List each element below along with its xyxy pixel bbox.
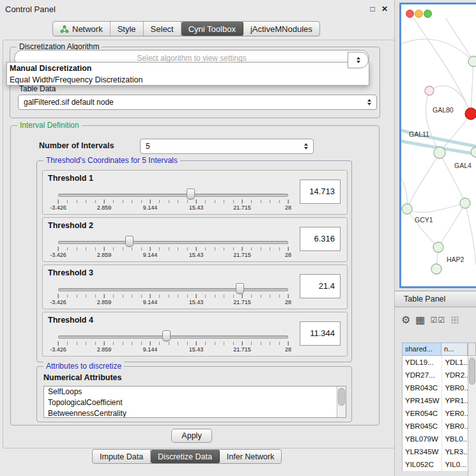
threshold-value-field[interactable]: 14.713 bbox=[300, 180, 341, 204]
slider-thumb[interactable] bbox=[236, 283, 244, 294]
tab-impute-data[interactable]: Impute Data bbox=[93, 450, 151, 463]
table-row[interactable]: YPR145W YPR1... bbox=[403, 394, 468, 407]
network-node[interactable] bbox=[425, 86, 434, 95]
table-row[interactable]: YBL079W YBL0... bbox=[403, 433, 468, 445]
table-row[interactable]: YDL19... YDL1... bbox=[403, 356, 468, 369]
list-item[interactable]: BetweennessCentrality bbox=[44, 408, 346, 418]
slider-thumb[interactable] bbox=[125, 236, 134, 247]
list-scrollbar[interactable] bbox=[337, 387, 346, 417]
table-cell[interactable]: YBR043C bbox=[403, 381, 441, 394]
mac-close-icon[interactable] bbox=[406, 10, 414, 18]
table-scrollbar[interactable] bbox=[468, 356, 476, 476]
gear-icon[interactable]: ⚙ bbox=[401, 313, 410, 327]
table-cell[interactable]: YBR045C bbox=[403, 420, 441, 433]
panel-title: Control Panel bbox=[5, 4, 56, 14]
add-column-icon[interactable]: ⊞ bbox=[450, 313, 459, 327]
threshold-value-field[interactable]: 6.316 bbox=[300, 227, 341, 251]
network-node[interactable] bbox=[460, 198, 470, 208]
close-icon[interactable]: ✕ bbox=[380, 4, 390, 14]
table-cell[interactable]: YLR3... bbox=[441, 445, 468, 458]
mac-minimize-icon[interactable] bbox=[415, 10, 423, 18]
apply-button[interactable]: Apply bbox=[171, 429, 212, 443]
network-node[interactable] bbox=[433, 242, 443, 252]
table-cell[interactable]: YDL1... bbox=[441, 356, 468, 369]
table-cell[interactable]: YER054C bbox=[403, 407, 441, 420]
algorithm-combobox-button[interactable] bbox=[348, 52, 369, 68]
numerical-attributes-label: Numerical Attributes bbox=[43, 373, 121, 382]
network-node[interactable] bbox=[431, 264, 441, 274]
float-window-icon[interactable]: □ bbox=[367, 4, 378, 14]
table-row[interactable]: YER054C YER0... bbox=[403, 407, 468, 420]
slider-track[interactable] bbox=[58, 288, 288, 291]
dropdown-option-equal-width[interactable]: Equal Width/Frequency Discretization bbox=[7, 74, 369, 86]
stepper-icon bbox=[357, 57, 360, 63]
table-cell[interactable]: YDR2... bbox=[441, 369, 468, 381]
slider-minor-ticks bbox=[58, 247, 289, 250]
dropdown-option-manual-discretization[interactable]: Manual Discretization bbox=[7, 63, 369, 74]
tab-jactivemnodules[interactable]: jActiveMNodules bbox=[243, 22, 319, 36]
table-cell[interactable]: YLR345W bbox=[403, 445, 441, 458]
table-data-combobox[interactable]: galFiltered.sif default node bbox=[18, 95, 377, 110]
network-node[interactable] bbox=[434, 147, 445, 158]
table-cell[interactable]: YBL079W bbox=[403, 433, 441, 445]
tick-label: 2.859 bbox=[97, 346, 112, 353]
network-canvas[interactable]: GAL80 GAL11 GAL4 GCY1 HAP2 bbox=[401, 19, 476, 287]
table-cell[interactable]: YIL0... bbox=[441, 458, 468, 471]
columns-icon[interactable]: ▦ bbox=[415, 313, 425, 327]
table-cell[interactable]: YDR27... bbox=[403, 369, 441, 381]
network-node[interactable] bbox=[402, 204, 412, 214]
network-node[interactable] bbox=[471, 147, 476, 157]
table-cell[interactable]: YPR1... bbox=[441, 394, 468, 407]
threshold-value-field[interactable]: 11.344 bbox=[300, 321, 341, 346]
threshold-slider[interactable]: -3.426 2.859 9.144 15.43 21.715 28 bbox=[58, 328, 288, 356]
slider-track[interactable] bbox=[58, 194, 288, 197]
table-cell[interactable]: YBR0... bbox=[441, 381, 468, 394]
table-cell[interactable]: YIL052C bbox=[403, 458, 441, 471]
network-node-selected[interactable] bbox=[465, 108, 476, 119]
numerical-attributes-list[interactable]: SelfLoops TopologicalCoefficient Between… bbox=[43, 386, 346, 418]
tab-label: Select bbox=[151, 24, 174, 34]
tab-cyni-toolbox[interactable]: Cyni Toolbox bbox=[181, 22, 243, 36]
group-title: Threshold's Coordinates for 5 Intervals bbox=[43, 156, 180, 165]
node-label: GAL80 bbox=[433, 106, 454, 114]
scrollbar-thumb[interactable] bbox=[469, 358, 475, 385]
scrollbar-thumb[interactable] bbox=[338, 388, 345, 406]
select-rows-icon[interactable]: ☑☑ bbox=[430, 313, 445, 327]
table-cell[interactable]: YBR0... bbox=[441, 420, 468, 433]
table-row[interactable]: YIL052C YIL0... bbox=[403, 458, 468, 471]
network-view-window[interactable]: GAL80 GAL11 GAL4 GCY1 HAP2 bbox=[399, 3, 476, 288]
column-header[interactable]: n... bbox=[441, 342, 468, 356]
table-cell[interactable]: YDL19... bbox=[403, 356, 441, 369]
tab-style[interactable]: Style bbox=[111, 22, 144, 36]
slider-thumb[interactable] bbox=[162, 330, 171, 341]
threshold-value-field[interactable]: 21.4 bbox=[300, 274, 341, 298]
column-header[interactable]: shared... bbox=[402, 342, 441, 356]
threshold-slider[interactable]: -3.426 2.859 9.144 15.43 21.715 28 bbox=[58, 186, 288, 214]
threshold-slider[interactable]: -3.426 2.859 9.144 15.43 21.715 28 bbox=[58, 233, 288, 261]
tick-label: 15.43 bbox=[189, 299, 204, 305]
slider-track[interactable] bbox=[58, 335, 288, 339]
table-cell[interactable]: YBL0... bbox=[441, 433, 468, 445]
table-cell[interactable]: YER0... bbox=[441, 407, 468, 420]
list-item[interactable]: TopologicalCoefficient bbox=[44, 397, 346, 408]
table-row[interactable]: YBR045C YBR0... bbox=[403, 420, 468, 433]
list-item[interactable]: SelfLoops bbox=[44, 387, 346, 397]
table-row[interactable]: YLR345W YLR3... bbox=[403, 445, 468, 458]
tick-label: 9.144 bbox=[143, 252, 158, 258]
slider-track[interactable] bbox=[58, 241, 288, 244]
tick-label: 21.715 bbox=[233, 204, 251, 211]
network-node[interactable] bbox=[468, 56, 476, 66]
table-row[interactable]: YDR27... YDR2... bbox=[403, 369, 468, 381]
tab-network[interactable]: Network bbox=[53, 22, 111, 36]
slider-thumb[interactable] bbox=[187, 188, 195, 199]
slider-minor-ticks bbox=[58, 342, 289, 345]
tab-infer-network[interactable]: Infer Network bbox=[220, 450, 281, 463]
table-row[interactable]: YBR043C YBR0... bbox=[403, 381, 468, 394]
mac-zoom-icon[interactable] bbox=[424, 10, 432, 18]
tab-discretize-data[interactable]: Discretize Data bbox=[151, 450, 220, 463]
table-cell[interactable]: YPR145W bbox=[403, 394, 441, 407]
number-of-intervals-combobox[interactable]: 5 bbox=[140, 139, 314, 154]
tab-select[interactable]: Select bbox=[144, 22, 181, 36]
threshold-slider[interactable]: -3.426 2.859 9.144 15.43 21.715 28 bbox=[58, 280, 288, 309]
threshold-label: Threshold 1 bbox=[48, 174, 93, 183]
